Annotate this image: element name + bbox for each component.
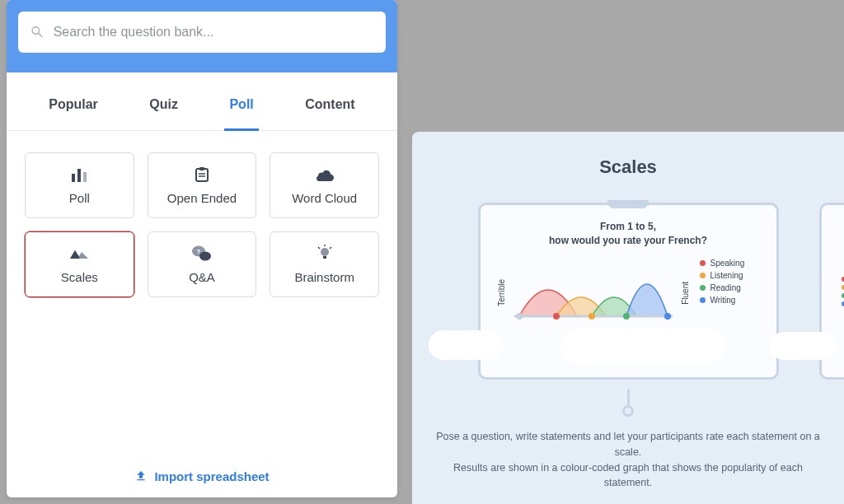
svg-point-9 <box>199 251 211 260</box>
import-label: Import spreadsheet <box>154 469 269 483</box>
import-spreadsheet-link[interactable]: Import spreadsheet <box>134 469 269 483</box>
preview-description: Pose a question, write statements and le… <box>412 419 844 491</box>
chart-row: Terrible <box>497 257 760 326</box>
tab-popular[interactable]: Popular <box>44 89 103 130</box>
legend-item: Reading <box>700 283 745 292</box>
cloud-decoration <box>412 322 844 355</box>
axis-label-right: Fluent <box>681 278 690 305</box>
legend: Speaking Listening Reading Writing <box>700 259 745 305</box>
legend-dot-icon <box>700 273 706 278</box>
axis-label-left: Terrible <box>497 276 506 306</box>
mountain-icon <box>68 245 91 262</box>
clipboard-icon <box>190 166 213 183</box>
card-label: Poll <box>69 191 90 205</box>
search-input[interactable] <box>54 25 374 40</box>
legend-dot-icon <box>700 285 706 291</box>
cloud-icon <box>313 166 336 183</box>
svg-point-18 <box>588 313 595 320</box>
legend-item: Speaking <box>700 259 745 268</box>
card-scales[interactable]: Scales <box>25 231 134 297</box>
lightbulb-icon <box>313 245 336 262</box>
svg-rect-1 <box>77 169 81 182</box>
tabs: Popular Quiz Poll Content <box>7 72 397 131</box>
slide-question: From 1 to 5, how would you rate your Fre… <box>549 220 707 249</box>
svg-point-10 <box>321 248 329 256</box>
preview-title: Scales <box>599 156 657 178</box>
slide-tab-notch <box>607 200 649 208</box>
svg-point-20 <box>664 313 671 320</box>
bar-chart-icon <box>68 166 91 183</box>
card-grid: Poll Open Ended Word Cloud Scales ? Q&A <box>7 131 397 319</box>
svg-point-17 <box>553 313 560 320</box>
tab-poll[interactable]: Poll <box>224 89 258 131</box>
import-footer: Import spreadsheet <box>7 455 397 498</box>
card-poll[interactable]: Poll <box>25 152 134 218</box>
legend-dot-icon <box>700 260 706 266</box>
card-qa[interactable]: ? Q&A <box>148 231 257 297</box>
legend-item: Listening <box>700 271 745 280</box>
card-label: Word Cloud <box>292 191 357 205</box>
preview-panel: Scales From 1 to 5, how would you rate y… <box>412 132 844 504</box>
qa-bubbles-icon: ? <box>190 245 213 262</box>
card-word-cloud[interactable]: Word Cloud <box>270 152 379 218</box>
svg-rect-4 <box>199 167 204 170</box>
legend-dot-icon <box>700 297 706 303</box>
svg-point-19 <box>623 313 630 320</box>
svg-rect-2 <box>83 172 87 182</box>
scales-chart <box>511 257 676 326</box>
svg-rect-0 <box>72 174 75 182</box>
svg-line-13 <box>318 247 320 249</box>
search-header <box>7 0 397 72</box>
svg-rect-11 <box>323 256 326 259</box>
card-label: Q&A <box>189 270 215 284</box>
card-open-ended[interactable]: Open Ended <box>148 152 257 218</box>
card-label: Open Ended <box>167 191 237 205</box>
svg-rect-3 <box>196 169 208 181</box>
question-type-panel: Popular Quiz Poll Content Poll Open Ende… <box>7 0 397 497</box>
search-box[interactable] <box>18 12 386 53</box>
card-brainstorm[interactable]: Brainstorm <box>270 231 379 297</box>
svg-point-16 <box>516 313 523 320</box>
card-label: Scales <box>61 270 98 284</box>
tab-content[interactable]: Content <box>300 89 359 130</box>
slide-stand-icon <box>622 389 634 417</box>
card-label: Brainstorm <box>294 270 354 284</box>
search-icon <box>30 24 45 40</box>
upload-icon <box>134 469 148 483</box>
tab-quiz[interactable]: Quiz <box>144 89 183 130</box>
svg-line-14 <box>330 247 331 249</box>
preview-stage: From 1 to 5, how would you rate your Fre… <box>412 203 844 419</box>
legend-item: Writing <box>700 296 745 305</box>
